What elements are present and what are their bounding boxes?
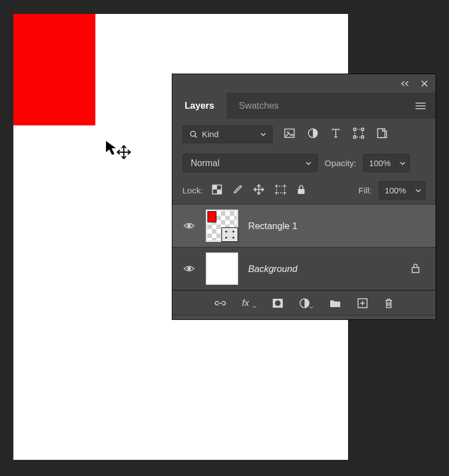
layer-name-label[interactable]: Rectangle 1: [248, 221, 297, 231]
new-layer-icon[interactable]: [357, 298, 368, 309]
blend-mode-value: Normal: [191, 158, 220, 168]
lock-all-icon[interactable]: [297, 184, 306, 196]
svg-rect-36: [233, 237, 234, 239]
svg-point-31: [187, 224, 191, 227]
add-mask-icon[interactable]: [272, 298, 283, 308]
new-group-icon[interactable]: [329, 298, 341, 308]
filter-type-icon[interactable]: [331, 128, 341, 140]
chevron-down-icon[interactable]: [395, 154, 409, 172]
lock-artboard-icon[interactable]: [274, 184, 287, 197]
svg-rect-30: [298, 189, 305, 194]
layer-name-label[interactable]: Background: [248, 264, 297, 274]
lock-label: Lock:: [182, 186, 203, 196]
visibility-toggle-icon[interactable]: [182, 264, 196, 273]
fill-label: Fill:: [359, 186, 372, 196]
svg-rect-15: [378, 129, 385, 138]
chevron-down-icon: [260, 132, 267, 137]
layer-locked-icon[interactable]: [411, 263, 420, 275]
panel-menu-icon[interactable]: [411, 93, 430, 119]
layer-effects-icon[interactable]: fx: [242, 298, 257, 308]
blend-opacity-row: Normal Opacity: 100%: [172, 149, 436, 177]
layer-thumbnail[interactable]: [206, 210, 238, 242]
svg-rect-13: [354, 136, 356, 138]
svg-rect-34: [233, 231, 234, 232]
adjustment-layer-icon[interactable]: [299, 298, 313, 309]
search-icon: [190, 130, 197, 138]
fill-input[interactable]: 100%: [379, 181, 426, 200]
svg-text:fx: fx: [242, 298, 249, 308]
lock-transparency-icon[interactable]: [212, 184, 222, 196]
svg-rect-14: [361, 136, 364, 138]
layers-list: Rectangle 1 Background: [172, 204, 436, 290]
filter-image-icon[interactable]: [284, 128, 295, 140]
link-layers-icon[interactable]: [214, 299, 226, 307]
filter-adjustment-icon[interactable]: [307, 128, 318, 140]
svg-rect-21: [277, 186, 284, 193]
chevron-down-icon: [305, 161, 312, 166]
vector-badge-icon: [222, 228, 238, 241]
layer-filter-row: Kind: [172, 119, 436, 149]
layer-thumbnail[interactable]: [206, 252, 238, 285]
panel-tabs: Layers Swatches: [172, 93, 436, 119]
delete-layer-icon[interactable]: [384, 298, 394, 309]
layer-item-background[interactable]: Background: [172, 247, 436, 290]
opacity-label: Opacity:: [325, 158, 356, 168]
filter-shape-icon[interactable]: [353, 128, 364, 140]
opacity-value: 100%: [364, 158, 395, 168]
collapse-panel-icon[interactable]: [400, 80, 412, 87]
rectangle-shape[interactable]: [13, 14, 95, 125]
lock-position-icon[interactable]: [253, 184, 264, 197]
svg-point-37: [187, 267, 191, 270]
tab-layers[interactable]: Layers: [172, 93, 226, 119]
svg-point-8: [287, 132, 289, 133]
fill-value: 100%: [379, 186, 411, 195]
filter-smartobject-icon[interactable]: [376, 128, 388, 140]
visibility-toggle-icon[interactable]: [182, 221, 196, 230]
svg-rect-17: [213, 185, 217, 190]
panel-titlebar[interactable]: [172, 74, 436, 93]
svg-rect-11: [354, 128, 356, 130]
panel-resize-handle[interactable]: [172, 315, 436, 319]
filter-kind-dropdown[interactable]: Kind: [182, 125, 273, 143]
svg-rect-18: [217, 190, 221, 194]
layers-panel: Layers Swatches Kind Normal: [172, 74, 436, 319]
svg-point-41: [275, 300, 281, 306]
tab-swatches[interactable]: Swatches: [226, 93, 291, 119]
filter-kind-label: Kind: [202, 129, 219, 139]
lock-fill-row: Lock: Fill: 100%: [172, 177, 436, 204]
svg-point-5: [191, 131, 196, 136]
svg-line-6: [195, 135, 197, 138]
svg-rect-38: [412, 268, 419, 273]
close-panel-icon[interactable]: [420, 79, 429, 88]
blend-mode-dropdown[interactable]: Normal: [182, 154, 318, 172]
svg-rect-33: [225, 231, 227, 232]
lock-pixels-icon[interactable]: [232, 184, 243, 197]
layers-footer: fx: [172, 290, 436, 315]
svg-rect-12: [361, 128, 364, 130]
svg-rect-35: [225, 237, 227, 239]
opacity-input[interactable]: 100%: [363, 154, 410, 172]
chevron-down-icon[interactable]: [411, 182, 425, 199]
layer-item-rectangle-1[interactable]: Rectangle 1: [172, 205, 436, 247]
svg-rect-32: [226, 232, 233, 237]
